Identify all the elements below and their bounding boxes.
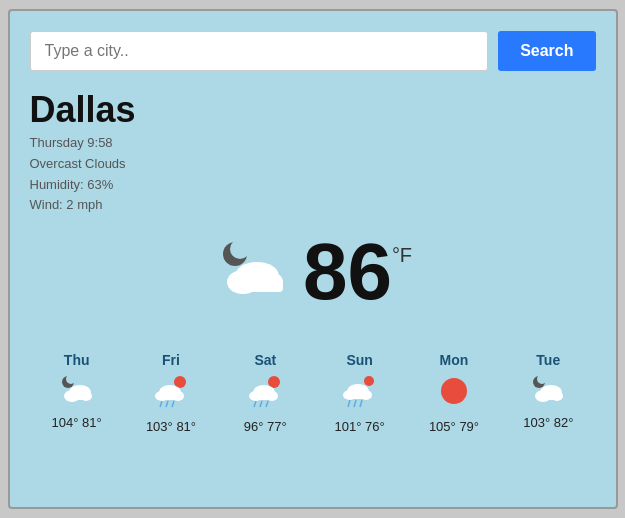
- day-label-thu: Thu: [64, 352, 90, 368]
- forecast-day-sat: Sat 96° 77°: [230, 352, 300, 434]
- temp-display: 86 °F: [30, 232, 596, 312]
- day-label-fri: Fri: [162, 352, 180, 368]
- search-row: Search: [30, 31, 596, 71]
- day-icon-fri: [152, 374, 190, 413]
- forecast-day-thu: Thu 104° 81°: [42, 352, 112, 430]
- svg-rect-5: [231, 280, 283, 292]
- day-label-tue: Tue: [536, 352, 560, 368]
- svg-line-35: [360, 400, 362, 407]
- forecast-row: Thu 104° 81° Fri: [30, 342, 596, 434]
- day-temps-tue: 103° 82°: [523, 415, 573, 430]
- day-label-sat: Sat: [254, 352, 276, 368]
- day-label-sun: Sun: [346, 352, 372, 368]
- svg-point-36: [441, 378, 467, 404]
- day-label-mon: Mon: [440, 352, 469, 368]
- svg-rect-16: [157, 394, 181, 400]
- search-button[interactable]: Search: [498, 31, 595, 71]
- forecast-day-mon: Mon 105° 79°: [419, 352, 489, 434]
- svg-line-26: [260, 401, 262, 407]
- day-icon-sun: [341, 374, 379, 413]
- description: Overcast Clouds: [30, 154, 596, 175]
- svg-line-17: [160, 401, 162, 407]
- forecast-day-fri: Fri 103° 81°: [136, 352, 206, 434]
- weather-meta: Thursday 9:58 Overcast Clouds Humidity: …: [30, 133, 596, 216]
- datetime: Thursday 9:58: [30, 133, 596, 154]
- day-icon-sat: [246, 374, 284, 413]
- weather-card: Search Dallas Thursday 9:58 Overcast Clo…: [8, 9, 618, 509]
- wind: Wind: 2 mph: [30, 195, 596, 216]
- day-icon-tue: [529, 374, 567, 409]
- main-weather-icon: [213, 236, 293, 308]
- day-icon-mon: [435, 374, 473, 413]
- city-name: Dallas: [30, 89, 596, 131]
- forecast-day-sun: Sun 101° 76°: [325, 352, 395, 434]
- svg-point-1: [230, 239, 250, 259]
- temperature: 86: [303, 232, 392, 312]
- svg-rect-24: [251, 394, 275, 400]
- day-temps-mon: 105° 79°: [429, 419, 479, 434]
- svg-rect-42: [537, 394, 561, 400]
- svg-line-27: [266, 401, 268, 407]
- day-temps-fri: 103° 81°: [146, 419, 196, 434]
- day-icon-thu: [58, 374, 96, 409]
- svg-line-19: [172, 401, 174, 407]
- svg-rect-11: [66, 394, 90, 400]
- svg-line-25: [254, 401, 256, 407]
- day-temps-sat: 96° 77°: [244, 419, 287, 434]
- svg-point-7: [66, 374, 76, 384]
- temp-unit: °F: [392, 244, 412, 267]
- svg-point-38: [537, 374, 547, 384]
- day-temps-thu: 104° 81°: [52, 415, 102, 430]
- svg-line-33: [348, 400, 350, 407]
- svg-line-34: [354, 400, 356, 407]
- svg-point-28: [364, 376, 374, 386]
- svg-line-18: [166, 401, 168, 407]
- city-search-input[interactable]: [30, 31, 489, 71]
- forecast-day-tue: Tue 103° 82°: [513, 352, 583, 430]
- svg-rect-32: [345, 393, 369, 399]
- humidity: Humidity: 63%: [30, 175, 596, 196]
- day-temps-sun: 101° 76°: [335, 419, 385, 434]
